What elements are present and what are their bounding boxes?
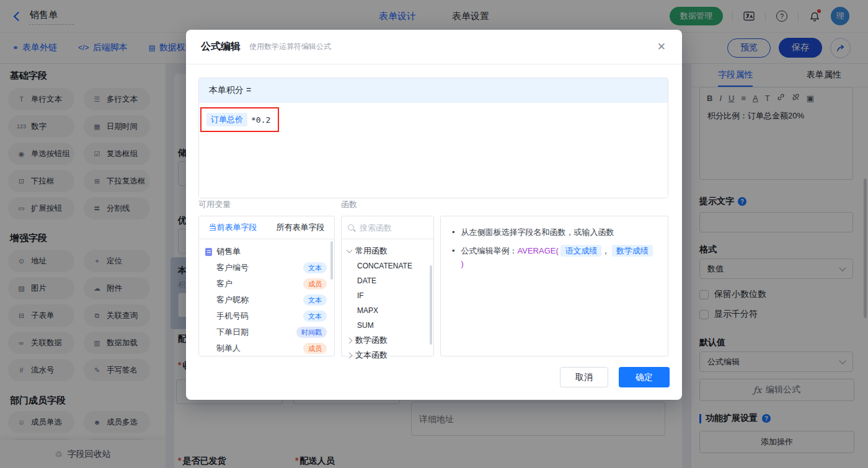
example-function-name: AVERAGE( [518, 246, 559, 255]
formula-editor-modal: 公式编辑 使用数学运算符编辑公式 本单积分 = 订单总价 *0.2 可用变量 函… [186, 30, 682, 400]
variables-scrollbar[interactable] [330, 241, 333, 280]
caret-right-icon [347, 337, 353, 343]
variable-row[interactable]: 客户成员 [199, 276, 334, 292]
variables-panel: 当前表单字段 所有表单字段 销售单 客户编号文本 客户成员 客户昵称文本 手机号… [198, 216, 335, 356]
caret-right-icon [347, 352, 353, 358]
modal-title: 公式编辑 [201, 40, 241, 53]
variable-row[interactable]: 客户编号文本 [199, 260, 334, 276]
formula-annotation-box: 订单总价 *0.2 [200, 107, 279, 132]
bullet-icon [452, 226, 455, 239]
function-group-common[interactable]: 常用函数 [342, 244, 433, 258]
example-field-chip: 语文成绩 [560, 245, 601, 257]
function-item[interactable]: IF [342, 288, 433, 303]
functions-label: 函数 [341, 199, 357, 210]
caret-down-icon [347, 247, 353, 254]
formula-input-area[interactable]: 订单总价 *0.2 [199, 103, 668, 198]
variable-row[interactable]: 客户昵称文本 [199, 292, 334, 308]
variables-list: 销售单 客户编号文本 客户成员 客户昵称文本 手机号码文本 下单日期时间戳 制单… [199, 239, 334, 360]
form-root-node[interactable]: 销售单 [199, 244, 334, 260]
variable-row[interactable]: 下单日期时间戳 [199, 324, 334, 340]
modal-subtitle: 使用数学运算符编辑公式 [249, 42, 331, 52]
functions-panel: 常用函数 CONCATENATE DATE IF MAPX SUM 数学函数 文… [341, 216, 434, 356]
close-icon[interactable] [656, 39, 667, 55]
type-badge: 文本 [303, 294, 327, 306]
confirm-button[interactable]: 确定 [619, 367, 670, 387]
function-item[interactable]: CONCATENATE [342, 258, 433, 273]
tab-current-form-fields[interactable]: 当前表单字段 [199, 216, 267, 239]
type-badge: 文本 [303, 262, 327, 273]
type-badge: 文本 [303, 311, 327, 322]
type-badge: 成员 [303, 343, 327, 354]
formula-expression: *0.2 [251, 115, 270, 125]
variables-label: 可用变量 [198, 199, 231, 210]
variable-row[interactable]: 手机号码文本 [199, 308, 334, 324]
function-item[interactable]: DATE [342, 273, 433, 288]
variable-row[interactable]: 制单人成员 [199, 340, 334, 356]
modal-header: 公式编辑 使用数学运算符编辑公式 [186, 30, 682, 64]
function-tree: 常用函数 CONCATENATE DATE IF MAPX SUM 数学函数 文… [342, 239, 433, 363]
formula-target: 本单积分 = [199, 78, 668, 103]
tab-all-form-fields[interactable]: 所有表单字段 [267, 216, 334, 239]
type-badge: 成员 [303, 278, 327, 289]
type-badge: 时间戳 [296, 327, 327, 338]
example-field-chip: 数学成绩 [612, 245, 653, 257]
help-panel: 从左侧面板选择字段名和函数，或输入函数 公式编辑举例：AVERAGE( 语文成绩… [440, 216, 668, 356]
document-icon [205, 248, 212, 256]
help-line-1: 从左侧面板选择字段名和函数，或输入函数 [452, 226, 657, 239]
function-group-math[interactable]: 数学函数 [342, 333, 433, 348]
function-item[interactable]: MAPX [342, 303, 433, 318]
functions-scrollbar[interactable] [430, 265, 432, 345]
function-item[interactable]: SUM [342, 318, 433, 333]
help-line-2: 公式编辑举例：AVERAGE( 语文成绩， 数学成绩 ) [452, 244, 657, 270]
function-group-text[interactable]: 文本函数 [342, 348, 433, 363]
cancel-button[interactable]: 取消 [560, 367, 608, 387]
field-token[interactable]: 订单总价 [206, 113, 247, 126]
search-icon [348, 224, 354, 231]
function-search[interactable] [342, 216, 433, 239]
formula-box: 本单积分 = 订单总价 *0.2 [198, 77, 668, 198]
bullet-icon [452, 244, 455, 270]
function-search-input[interactable] [358, 223, 427, 233]
